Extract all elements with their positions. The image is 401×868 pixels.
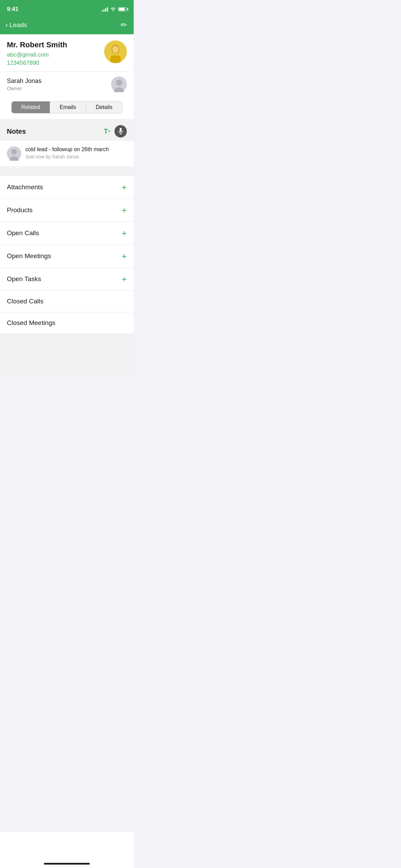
text-format-icon[interactable]: T+ [104, 128, 110, 135]
notes-actions: T+ [104, 125, 127, 137]
contact-email[interactable]: abc@gmail.com [7, 51, 104, 58]
mic-button[interactable] [114, 125, 127, 137]
closed-calls-label: Closed Calls [7, 298, 44, 305]
back-button[interactable]: ‹ Leads [5, 21, 27, 29]
list-item-products[interactable]: Products + [0, 199, 134, 222]
owner-info: Sarah Jonas Owner [7, 77, 41, 91]
battery-icon [118, 7, 127, 11]
svg-point-11 [11, 149, 17, 155]
tab-emails[interactable]: Emails [50, 101, 86, 113]
products-add-icon[interactable]: + [122, 206, 127, 215]
avatar-image [104, 40, 127, 63]
note-content: cold lead - followup on 26th march Just … [25, 146, 109, 159]
attachments-label: Attachments [7, 183, 43, 191]
list-item-closed-calls[interactable]: Closed Calls [0, 291, 134, 312]
list-item-closed-meetings[interactable]: Closed Meetings [0, 312, 134, 334]
note-text: cold lead - followup on 26th march [25, 146, 109, 153]
owner-avatar [111, 76, 127, 92]
attachments-add-icon[interactable]: + [122, 183, 127, 192]
open-meetings-label: Open Meetings [7, 252, 51, 260]
note-card: cold lead - followup on 26th march Just … [0, 141, 134, 166]
signal-icon [102, 7, 108, 12]
tabs: Related Emails Details [11, 101, 122, 113]
status-time: 9:41 [7, 6, 19, 13]
tab-related[interactable]: Related [12, 101, 50, 113]
contact-avatar [104, 40, 127, 63]
open-meetings-add-icon[interactable]: + [122, 252, 127, 261]
nav-bar: ‹ Leads ✏ [0, 17, 134, 34]
closed-meetings-label: Closed Meetings [7, 319, 56, 327]
note-meta: Just now by Sarah Jonas [25, 154, 109, 159]
back-label: Leads [9, 21, 27, 29]
status-icons [102, 7, 127, 12]
bottom-padding [0, 334, 134, 375]
list-item-open-meetings[interactable]: Open Meetings + [0, 245, 134, 268]
notes-title: Notes [7, 128, 26, 135]
open-calls-add-icon[interactable]: + [122, 229, 127, 238]
content-area: Notes T+ cold lead - followup on 26t [0, 119, 134, 375]
list-item-open-calls[interactable]: Open Calls + [0, 222, 134, 245]
tab-details[interactable]: Details [86, 101, 122, 113]
contact-info: Mr. Robert Smith abc@gmail.com 123456789… [7, 40, 104, 67]
tabs-container: Related Emails Details [0, 97, 134, 119]
wifi-icon [110, 7, 116, 12]
related-list: Attachments + Products + Open Calls + Op… [0, 176, 134, 334]
owner-name: Sarah Jonas [7, 77, 41, 85]
list-item-attachments[interactable]: Attachments + [0, 176, 134, 199]
spacer [0, 166, 134, 170]
svg-point-5 [116, 80, 122, 86]
open-calls-label: Open Calls [7, 229, 39, 237]
open-tasks-add-icon[interactable]: + [122, 275, 127, 284]
notes-section-header: Notes T+ [0, 119, 134, 141]
contact-phone[interactable]: 1234567890 [7, 60, 104, 67]
edit-icon[interactable]: ✏ [121, 21, 127, 29]
note-user-avatar [7, 146, 21, 161]
owner-row: Sarah Jonas Owner [0, 72, 134, 97]
list-item-open-tasks[interactable]: Open Tasks + [0, 268, 134, 291]
open-tasks-label: Open Tasks [7, 275, 41, 283]
products-label: Products [7, 206, 33, 214]
svg-rect-7 [120, 128, 122, 132]
contact-name: Mr. Robert Smith [7, 40, 104, 49]
owner-label: Owner [7, 85, 41, 91]
svg-point-2 [112, 46, 119, 53]
status-bar: 9:41 [0, 0, 134, 17]
contact-header: Mr. Robert Smith abc@gmail.com 123456789… [0, 34, 134, 71]
back-arrow-icon: ‹ [5, 21, 8, 29]
